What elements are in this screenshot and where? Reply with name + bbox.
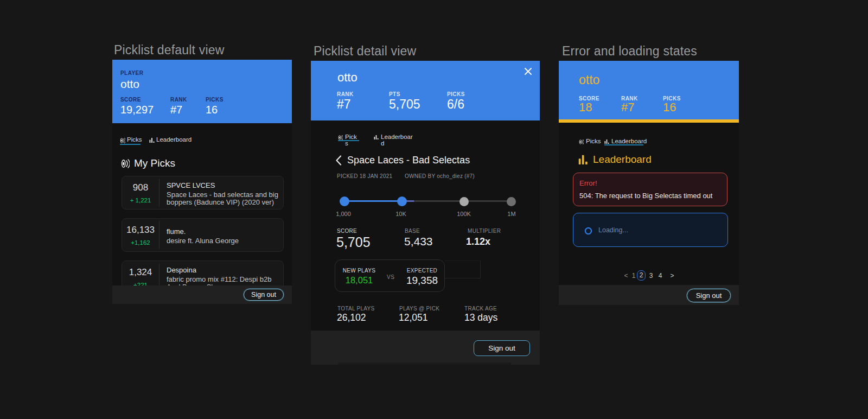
page-4-button[interactable]: 4 bbox=[656, 272, 664, 280]
picked-date: PICKED 18 JAN 2021 bbox=[337, 173, 392, 179]
total-plays-value: 26,102 bbox=[337, 310, 366, 325]
tab-leaderboard-label: Leaderboard bbox=[611, 138, 647, 144]
picklist-detail-panel: otto RANK #7 PTS 5,705 PICKS 6/6 bbox=[311, 61, 540, 365]
back-chevron-icon[interactable] bbox=[336, 155, 342, 166]
player-header: PLAYER otto SCORE 19,297 RANK #7 PICKS 1… bbox=[112, 60, 292, 123]
plays-comparison-box: NEW PLAYS 18,051 VS EXPECTED 19,358 bbox=[335, 259, 445, 292]
new-plays-label: NEW PLAYS bbox=[340, 268, 378, 274]
error-alert: Error! 504: The request to Big Selectas … bbox=[573, 173, 727, 206]
waves-icon bbox=[579, 139, 584, 146]
pagination: < 1 2 3 4 > bbox=[559, 270, 739, 281]
player-header: otto RANK #7 PTS 5,705 PICKS 6/6 bbox=[311, 61, 540, 120]
leaderboard-heading: Leaderboard bbox=[578, 154, 652, 166]
picks-value: 16 bbox=[663, 100, 676, 115]
pick-score: 908 bbox=[133, 182, 148, 193]
prev-page-button[interactable]: < bbox=[622, 272, 630, 280]
ghost-box bbox=[445, 261, 481, 278]
tab-leaderboard[interactable]: Leaderboard bbox=[374, 134, 419, 141]
slider-track-active[interactable] bbox=[340, 200, 402, 202]
tab-picks[interactable]: Picks bbox=[338, 134, 359, 141]
score-stat-value: 5,705 bbox=[336, 233, 371, 251]
slider-dot-1m[interactable] bbox=[507, 197, 516, 206]
loading-label: Loading... bbox=[598, 226, 628, 234]
panel-title-detail-view: Picklist detail view bbox=[314, 44, 416, 59]
error-loading-panel: otto SCORE 18 RANK #7 PICKS 16 Picks bbox=[559, 61, 739, 305]
tab-picks-label: Picks bbox=[586, 138, 601, 144]
panel-title-default-view: Picklist default view bbox=[114, 43, 225, 58]
rank-value: #7 bbox=[170, 103, 182, 117]
score-value: 19,297 bbox=[120, 103, 154, 117]
pick-track: Space Laces - bad selectas and big boppe… bbox=[167, 191, 279, 206]
rank-value: #7 bbox=[621, 100, 634, 115]
bar-chart-icon bbox=[604, 139, 609, 145]
footer-bar: Sign out bbox=[311, 331, 540, 365]
page-3-button[interactable]: 3 bbox=[647, 272, 655, 280]
slider-dot-10k[interactable] bbox=[397, 196, 407, 206]
slider-label-100k: 100K bbox=[457, 211, 471, 217]
loading-box: Loading... bbox=[573, 213, 728, 247]
tab-picks-label: Picks bbox=[345, 134, 358, 147]
canvas: Picklist default view Picklist detail vi… bbox=[0, 0, 868, 419]
slider-label-1m: 1M bbox=[507, 211, 515, 217]
vs-label: VS bbox=[387, 274, 394, 280]
pick-score: 16,133 bbox=[126, 225, 155, 236]
picks-value: 6/6 bbox=[447, 97, 464, 112]
spinner-icon bbox=[584, 227, 592, 235]
panel-title-error-view: Error and loading states bbox=[562, 44, 697, 59]
tab-leaderboard[interactable]: Leaderboard bbox=[149, 136, 188, 145]
base-stat-value: 5,433 bbox=[404, 233, 433, 250]
tab-leaderboard-label: Leaderboard bbox=[381, 134, 414, 147]
player-name: otto bbox=[120, 77, 139, 91]
multiplier-stat-value: 1.12x bbox=[466, 234, 490, 249]
pick-card[interactable]: 16,133 +1,162 flume. desire ft. Aluna Ge… bbox=[122, 218, 284, 252]
rank-value: #7 bbox=[337, 97, 351, 112]
pick-delta: + 1,221 bbox=[130, 197, 151, 204]
sign-out-button[interactable]: Sign out bbox=[687, 289, 731, 302]
sign-out-button[interactable]: Sign out bbox=[244, 289, 284, 301]
leaderboard-title: Leaderboard bbox=[593, 154, 652, 166]
plays-at-pick-value: 12,051 bbox=[399, 310, 428, 325]
error-message: 504: The request to Big Selectas timed o… bbox=[579, 192, 712, 200]
score-value: 18 bbox=[579, 100, 592, 115]
bar-chart-icon bbox=[374, 135, 379, 141]
track-age-value: 13 days bbox=[464, 310, 497, 325]
tab-leaderboard-label: Leaderboard bbox=[156, 136, 192, 143]
waves-icon bbox=[120, 158, 130, 169]
player-name: otto bbox=[579, 72, 599, 87]
expected-label: EXPECTED bbox=[406, 268, 438, 274]
pick-artist: Despoina bbox=[167, 266, 279, 274]
player-header: otto SCORE 18 RANK #7 PICKS 16 bbox=[559, 61, 739, 123]
new-plays-value: 18,051 bbox=[340, 275, 378, 285]
slider-label-1000: 1,000 bbox=[336, 211, 351, 217]
my-picks-title: My Picks bbox=[134, 157, 175, 169]
rank-label: RANK bbox=[170, 97, 187, 103]
slider-dot-100k[interactable] bbox=[459, 197, 469, 206]
sign-out-button[interactable]: Sign out bbox=[474, 340, 530, 356]
panel-bottom-inset bbox=[338, 363, 511, 365]
tab-picks[interactable]: Picks bbox=[579, 138, 598, 145]
slider-label-10k: 10K bbox=[395, 211, 406, 217]
tab-picks[interactable]: Picks bbox=[120, 136, 141, 145]
close-icon[interactable] bbox=[524, 67, 532, 78]
picks-value: 16 bbox=[206, 103, 218, 117]
my-picks-heading: My Picks bbox=[120, 157, 175, 169]
waves-icon bbox=[338, 135, 343, 142]
multiplier-stat-label: MULTIPLIER bbox=[468, 228, 501, 234]
picklist-default-panel: PLAYER otto SCORE 19,297 RANK #7 PICKS 1… bbox=[112, 60, 292, 304]
picks-label: PICKS bbox=[206, 97, 224, 103]
tab-leaderboard[interactable]: Leaderboard bbox=[604, 138, 643, 145]
bar-chart-icon bbox=[578, 154, 588, 165]
pick-track: desire ft. Aluna George bbox=[167, 237, 279, 244]
pick-artist: SPVCE LVCES bbox=[167, 181, 279, 189]
owned-by: OWNED BY ocho_diez (#7) bbox=[405, 173, 475, 179]
page-1-button[interactable]: 1 bbox=[630, 272, 637, 280]
page-2-button[interactable]: 2 bbox=[637, 270, 646, 281]
bar-chart-icon bbox=[149, 137, 155, 144]
player-label: PLAYER bbox=[120, 70, 143, 76]
next-page-button[interactable]: > bbox=[668, 272, 676, 280]
slider-dot-1000[interactable] bbox=[340, 196, 349, 206]
error-title: Error! bbox=[579, 179, 597, 187]
footer-bar: Sign out bbox=[559, 285, 739, 305]
pick-card[interactable]: 908 + 1,221 SPVCE LVCES Space Laces - ba… bbox=[122, 176, 284, 210]
player-name: otto bbox=[337, 71, 358, 85]
